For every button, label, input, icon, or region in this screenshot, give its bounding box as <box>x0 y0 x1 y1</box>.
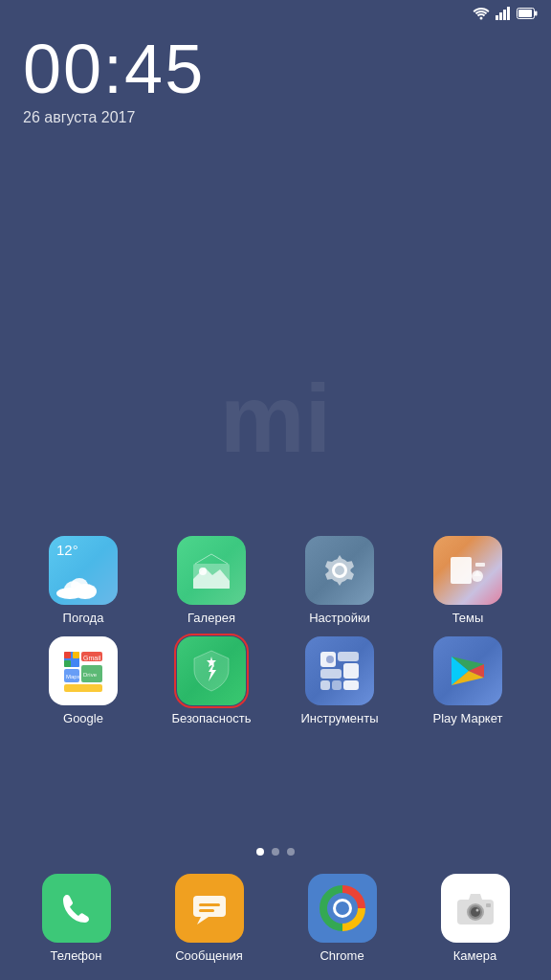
google-icon: Gmail Maps Drive <box>49 636 118 705</box>
watermark: mi <box>220 364 332 474</box>
app-tools[interactable]: Инструменты <box>287 636 392 725</box>
clock-time: 00:45 <box>23 34 205 103</box>
svg-rect-35 <box>343 680 359 690</box>
settings-label: Настройки <box>309 611 370 625</box>
play-label: Play Маркет <box>433 711 503 725</box>
svg-text:Gmail: Gmail <box>83 655 101 661</box>
dock-messages[interactable]: Сообщения <box>157 874 262 963</box>
dot-1[interactable] <box>256 848 264 856</box>
svg-rect-1 <box>496 15 498 20</box>
svg-point-13 <box>199 568 207 575</box>
svg-rect-3 <box>503 10 506 20</box>
security-label: Безопасность <box>172 711 252 725</box>
settings-icon <box>305 536 374 605</box>
weather-icon: 12° <box>49 536 118 605</box>
phone-label: Телефон <box>51 948 102 963</box>
messages-icon <box>175 874 244 943</box>
svg-text:Drive: Drive <box>83 672 98 678</box>
svg-rect-49 <box>486 903 491 907</box>
wifi-icon <box>473 7 490 20</box>
app-row-1: 12° Погода Галерея <box>19 536 532 625</box>
weather-label: Погода <box>63 611 104 625</box>
play-icon <box>433 636 502 705</box>
app-security[interactable]: Безопасность <box>159 636 264 725</box>
dock-camera[interactable]: Камера <box>423 874 528 963</box>
messages-label: Сообщения <box>175 948 243 963</box>
svg-rect-14 <box>451 557 472 584</box>
clock-area: 00:45 26 августа 2017 <box>23 34 205 126</box>
svg-rect-15 <box>475 563 485 567</box>
google-label: Google <box>63 711 103 725</box>
gallery-icon <box>177 536 246 605</box>
dock: Телефон Сообщения Chro <box>0 865 551 980</box>
battery-icon <box>517 8 538 19</box>
svg-rect-2 <box>499 12 502 20</box>
phone-icon <box>42 874 111 943</box>
app-grid: 12° Погода Галерея <box>0 536 551 725</box>
app-google[interactable]: Gmail Maps Drive Google <box>31 636 136 725</box>
svg-point-36 <box>326 656 334 663</box>
clock-date: 26 августа 2017 <box>23 109 205 126</box>
svg-rect-18 <box>64 652 71 658</box>
svg-point-48 <box>475 908 478 911</box>
svg-rect-31 <box>320 669 342 679</box>
app-row-2: Gmail Maps Drive Google <box>19 636 532 725</box>
chrome-label: Chrome <box>320 948 364 963</box>
svg-text:Maps: Maps <box>66 674 80 679</box>
app-gallery[interactable]: Галерея <box>159 536 264 625</box>
dot-3[interactable] <box>287 848 295 856</box>
svg-rect-32 <box>343 663 359 679</box>
svg-rect-21 <box>73 660 79 667</box>
svg-point-43 <box>336 902 349 915</box>
svg-point-11 <box>56 588 83 599</box>
svg-point-0 <box>480 17 483 20</box>
signal-icon <box>496 7 511 20</box>
themes-label: Темы <box>452 611 484 625</box>
svg-rect-34 <box>332 680 342 690</box>
svg-rect-4 <box>507 7 510 20</box>
svg-rect-30 <box>338 652 359 661</box>
svg-rect-20 <box>64 660 71 667</box>
gallery-label: Галерея <box>187 611 235 625</box>
status-bar <box>0 0 551 27</box>
dot-2[interactable] <box>272 848 279 856</box>
svg-rect-39 <box>199 903 220 906</box>
svg-marker-38 <box>197 917 209 924</box>
app-themes[interactable]: Темы <box>415 536 520 625</box>
dock-phone[interactable]: Телефон <box>24 874 129 963</box>
tools-icon <box>305 636 374 705</box>
app-settings[interactable]: Настройки <box>287 536 392 625</box>
svg-rect-19 <box>73 652 79 658</box>
camera-label: Камера <box>453 948 496 963</box>
chrome-icon <box>308 874 377 943</box>
svg-rect-6 <box>518 10 532 17</box>
security-icon <box>177 636 246 705</box>
themes-icon <box>433 536 502 605</box>
tools-label: Инструменты <box>300 711 378 725</box>
svg-rect-28 <box>64 684 102 692</box>
dock-chrome[interactable]: Chrome <box>290 874 395 963</box>
app-play[interactable]: Play Маркет <box>415 636 520 725</box>
app-weather[interactable]: 12° Погода <box>31 536 136 625</box>
camera-icon <box>441 874 510 943</box>
page-dots <box>256 848 295 856</box>
svg-point-47 <box>471 907 480 917</box>
svg-rect-33 <box>320 680 330 690</box>
svg-rect-40 <box>199 909 214 912</box>
svg-rect-7 <box>535 11 538 16</box>
